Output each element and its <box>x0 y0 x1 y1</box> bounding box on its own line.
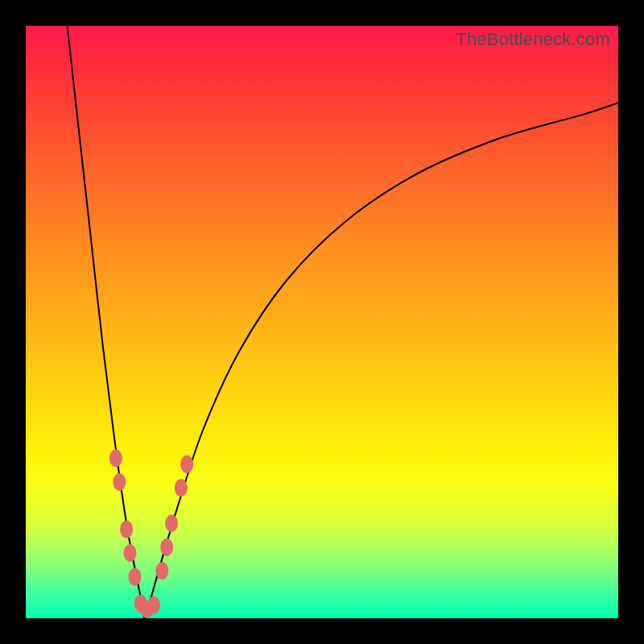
highlight-dot <box>165 514 178 532</box>
bottleneck-curve <box>68 26 619 618</box>
chart-frame: TheBottleneck.com <box>0 0 644 644</box>
highlight-dot <box>113 473 126 491</box>
highlight-dot <box>155 562 168 580</box>
highlight-dot <box>120 521 133 539</box>
highlight-dot <box>180 456 193 473</box>
highlight-dot <box>175 479 188 497</box>
highlight-dot <box>124 544 137 562</box>
highlight-dots <box>109 449 193 618</box>
highlight-dot <box>160 539 173 556</box>
highlight-dot <box>147 597 160 614</box>
highlight-dot <box>128 568 141 586</box>
plot-area: TheBottleneck.com <box>26 26 618 618</box>
curve-layer <box>26 26 618 618</box>
highlight-dot <box>109 449 122 467</box>
